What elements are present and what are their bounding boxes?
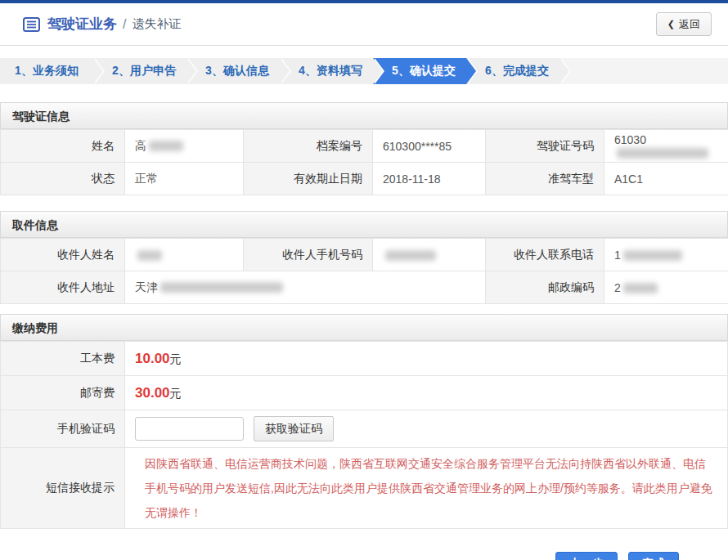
recipient-name-label: 收件人姓名 <box>1 239 125 271</box>
section-title-license-info: 驾驶证信息 <box>0 102 728 129</box>
license-info-table: 姓名 高 档案编号 610300****85 驾驶证号码 61030 状态 正常… <box>0 129 728 195</box>
recipient-address-label: 收件人地址 <box>1 271 125 304</box>
sms-code-cell: 获取验证码 <box>125 410 728 448</box>
table-row: 短信接收提示 因陕西省联通、电信运营商技术问题，陕西省互联网交通安全综合服务管理… <box>1 448 728 529</box>
step-6-complete-submit[interactable]: 6、完成提交 <box>466 58 559 84</box>
page-title: 驾驶证业务 <box>47 15 117 34</box>
expiry-date-value: 2018-11-18 <box>373 163 486 195</box>
file-number-value: 610300****85 <box>373 130 486 163</box>
work-fee-value: 10.00元 <box>125 342 728 376</box>
page-subtitle: 遗失补证 <box>132 16 181 32</box>
step-4-fill-data[interactable]: 4、资料填写 <box>280 58 373 84</box>
table-row: 收件人地址 天津 邮政编码 2 <box>1 271 728 304</box>
license-number-value: 61030 <box>604 130 728 163</box>
redacted-blob <box>137 250 162 261</box>
breadcrumb-separator: / <box>123 17 126 32</box>
postal-code-label: 邮政编码 <box>486 271 604 304</box>
sms-notice-text: 因陕西省联通、电信运营商技术问题，陕西省互联网交通安全综合服务管理平台无法向持陕… <box>135 448 727 528</box>
work-fee-label: 工本费 <box>1 342 125 376</box>
redacted-blob <box>385 250 436 261</box>
step-5-confirm-submit[interactable]: 5、确认提交 <box>373 58 466 84</box>
vehicle-class-label: 准驾车型 <box>486 163 604 195</box>
table-row: 邮寄费 30.00元 <box>1 376 728 410</box>
back-button-label: 返回 <box>679 17 700 32</box>
step-2-user-declaration[interactable]: 2、用户申告 <box>93 58 186 84</box>
list-icon <box>23 17 40 32</box>
recipient-mobile-label: 收件人手机号码 <box>244 239 373 271</box>
license-number-label: 驾驶证号码 <box>486 130 604 163</box>
vehicle-class-value: A1C1 <box>604 163 728 195</box>
mail-fee-value: 30.00元 <box>125 376 728 410</box>
file-number-label: 档案编号 <box>244 130 373 163</box>
name-value: 高 <box>125 130 244 163</box>
sms-notice-label: 短信接收提示 <box>1 448 125 529</box>
pickup-info-table: 收件人姓名 收件人手机号码 收件人联系电话 1 收件人地址 天津 邮政编码 2 <box>0 238 728 304</box>
finish-button[interactable]: 完成 <box>628 552 679 560</box>
table-row: 姓名 高 档案编号 610300****85 驾驶证号码 61030 <box>1 130 728 163</box>
redacted-blob <box>149 141 183 151</box>
redacted-blob <box>617 148 708 159</box>
table-row: 收件人姓名 收件人手机号码 收件人联系电话 1 <box>1 239 728 271</box>
status-label: 状态 <box>1 163 125 195</box>
step-1-business-notice[interactable]: 1、业务须知 <box>0 58 93 84</box>
footer-actions: 上一步 完成 <box>0 552 728 560</box>
step-label: 4、资料填写 <box>299 64 362 78</box>
recipient-phone-value: 1 <box>604 239 728 271</box>
step-label: 2、用户申告 <box>112 64 176 78</box>
recipient-name-value <box>125 239 244 271</box>
redacted-blob <box>160 282 283 293</box>
name-label: 姓名 <box>1 130 125 163</box>
back-button[interactable]: ❮ 返回 <box>656 12 712 36</box>
mail-fee-unit: 元 <box>170 387 182 400</box>
redacted-blob <box>623 283 658 293</box>
get-code-button[interactable]: 获取验证码 <box>254 416 334 441</box>
sms-code-input[interactable] <box>135 417 244 441</box>
postal-code-value: 2 <box>604 271 728 304</box>
table-row: 手机验证码 获取验证码 <box>1 410 728 448</box>
header: 驾驶证业务 / 遗失补证 ❮ 返回 <box>0 3 728 46</box>
step-wizard: 1、业务须知 2、用户申告 3、确认信息 4、资料填写 5、确认提交 6、完成提… <box>0 58 728 84</box>
section-title-pickup-info: 取件信息 <box>0 211 728 238</box>
sms-code-label: 手机验证码 <box>1 410 125 448</box>
recipient-address-value: 天津 <box>125 271 486 304</box>
work-fee-amount: 10.00 <box>135 351 170 366</box>
step-label: 5、确认提交 <box>392 64 456 78</box>
table-row: 工本费 10.00元 <box>1 342 728 376</box>
recipient-phone-label: 收件人联系电话 <box>486 239 604 271</box>
back-chevron-icon: ❮ <box>667 19 675 29</box>
step-label: 3、确认信息 <box>205 64 269 78</box>
fees-table: 工本费 10.00元 邮寄费 30.00元 手机验证码 获取验证码 短信接收提示… <box>0 341 728 529</box>
step-3-confirm-info[interactable]: 3、确认信息 <box>186 58 280 84</box>
previous-step-button[interactable]: 上一步 <box>555 552 618 560</box>
page: 驾驶证业务 / 遗失补证 ❮ 返回 1、业务须知 2、用户申告 3、确认信息 4… <box>0 0 728 560</box>
expiry-date-label: 有效期止日期 <box>244 163 373 195</box>
table-row: 状态 正常 有效期止日期 2018-11-18 准驾车型 A1C1 <box>1 163 728 195</box>
work-fee-unit: 元 <box>170 352 182 365</box>
status-value: 正常 <box>125 163 244 195</box>
section-title-fees: 缴纳费用 <box>0 314 728 341</box>
sms-notice-cell: 因陕西省联通、电信运营商技术问题，陕西省互联网交通安全综合服务管理平台无法向持陕… <box>125 448 728 529</box>
mail-fee-amount: 30.00 <box>135 385 170 401</box>
recipient-mobile-value <box>373 239 486 271</box>
step-label: 6、完成提交 <box>485 64 549 78</box>
mail-fee-label: 邮寄费 <box>1 376 125 410</box>
redacted-blob <box>623 250 682 261</box>
step-label: 1、业务须知 <box>15 64 79 78</box>
